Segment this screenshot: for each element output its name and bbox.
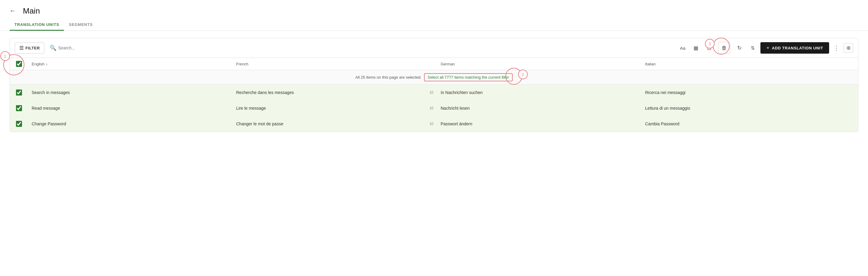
add-translation-unit-button[interactable]: + ADD TRANSLATION UNIT bbox=[761, 42, 829, 54]
row-1-checkbox-cell bbox=[10, 86, 28, 99]
delete-button[interactable]: 🗑 bbox=[718, 42, 730, 54]
row-1-italian: Ricerca nei messaggi bbox=[642, 87, 846, 98]
table-row: Search in messages Recherche dans les me… bbox=[10, 85, 858, 100]
bar-chart-button[interactable]: ▦ bbox=[690, 42, 701, 53]
filter-button[interactable]: ☰ FILTER bbox=[15, 42, 44, 54]
sort-alt-button[interactable]: ⇅ bbox=[747, 42, 758, 53]
toolbar-card: ☰ FILTER 🔍 Aa ▦ ⊡ bbox=[10, 38, 858, 132]
select-page-text: All 25 items on this page are selected. bbox=[355, 75, 422, 80]
row-1-checkbox[interactable] bbox=[16, 90, 22, 95]
sort-arrow-icon: ↓ bbox=[46, 61, 48, 66]
delete-btn-wrapper: 🗑 bbox=[718, 42, 730, 54]
row-2-french-text: Lire le message bbox=[236, 106, 266, 111]
tab-segments[interactable]: SEGMENTS bbox=[64, 19, 97, 31]
tab-translation-units[interactable]: TRANSLATION UNITS bbox=[10, 19, 64, 31]
row-3-french-count: 10 bbox=[430, 122, 433, 126]
select-all-link-wrapper: Select all 7777 items matching the curre… bbox=[424, 73, 513, 81]
select-all-filter-link[interactable]: Select all 7777 items matching the curre… bbox=[424, 73, 513, 81]
row-3-checkbox-cell bbox=[10, 117, 28, 130]
row-3-checkbox[interactable] bbox=[16, 121, 22, 127]
crop-button[interactable]: ⊡ bbox=[704, 42, 715, 53]
row-2-checkbox[interactable] bbox=[16, 105, 22, 111]
add-column-button[interactable]: ⊕ bbox=[844, 43, 853, 53]
add-btn-label: ADD TRANSLATION UNIT bbox=[772, 46, 823, 50]
row-2-english: Read message bbox=[28, 102, 233, 114]
filter-icon: ☰ bbox=[19, 45, 24, 51]
font-case-icon: Aa bbox=[680, 45, 685, 51]
add-column-icon: ⊕ bbox=[846, 44, 851, 51]
search-icon: 🔍 bbox=[50, 44, 56, 51]
search-box: 🔍 bbox=[47, 43, 152, 53]
row-1-english: Search in messages bbox=[28, 87, 233, 98]
row-3-english: Change Password bbox=[28, 118, 233, 130]
row-1-german: In Nachrichten suchen bbox=[437, 87, 642, 98]
table-header: 1 English ↓ French German Italian bbox=[10, 58, 858, 70]
row-2-checkbox-cell bbox=[10, 101, 28, 115]
refresh-icon: ↻ bbox=[737, 44, 742, 51]
row-3-german: Passwort ändern bbox=[437, 118, 642, 130]
row-1-french: Recherche dans les messages 10 bbox=[233, 87, 437, 98]
table-row: Read message Lire le message 10 Nachrich… bbox=[10, 100, 858, 116]
page-header: ← Main bbox=[0, 0, 868, 19]
font-case-button[interactable]: Aa bbox=[677, 42, 688, 53]
th-english: English ↓ bbox=[28, 61, 233, 66]
main-content: ☰ FILTER 🔍 Aa ▦ ⊡ bbox=[0, 31, 868, 139]
refresh-button[interactable]: ↻ bbox=[734, 42, 745, 53]
filter-label: FILTER bbox=[26, 46, 40, 50]
th-french: French bbox=[233, 62, 437, 66]
tab-bar: TRANSLATION UNITS SEGMENTS bbox=[0, 19, 868, 31]
select-all-checkbox-cell: 1 bbox=[10, 61, 28, 67]
toolbar: ☰ FILTER 🔍 Aa ▦ ⊡ bbox=[10, 38, 858, 58]
row-1-french-text: Recherche dans les messages bbox=[236, 90, 294, 95]
th-german: German bbox=[437, 62, 642, 66]
row-3-extra bbox=[846, 120, 858, 127]
more-options-button[interactable]: ⋮ bbox=[832, 43, 841, 53]
page-title: Main bbox=[23, 6, 40, 16]
row-2-french-count: 10 bbox=[430, 106, 433, 110]
bar-chart-icon: ▦ bbox=[693, 45, 698, 51]
row-3-italian: Cambia Password bbox=[642, 118, 846, 130]
crop-icon: ⊡ bbox=[707, 45, 711, 51]
row-2-italian: Lettura di un messaggio bbox=[642, 102, 846, 114]
row-2-extra bbox=[846, 104, 858, 112]
more-vert-icon: ⋮ bbox=[833, 44, 839, 52]
table-row: Change Password Changer le mot de passe … bbox=[10, 116, 858, 132]
row-2-french: Lire le message 10 bbox=[233, 102, 437, 114]
delete-icon: 🗑 bbox=[721, 45, 727, 51]
select-all-banner: All 25 items on this page are selected. … bbox=[10, 70, 858, 85]
header-checkbox[interactable] bbox=[16, 61, 22, 67]
table-body: Search in messages Recherche dans les me… bbox=[10, 85, 858, 132]
search-input[interactable] bbox=[58, 45, 119, 50]
back-button[interactable]: ← bbox=[7, 5, 18, 16]
row-3-french-text: Changer le mot de passe bbox=[236, 121, 283, 126]
add-plus-icon: + bbox=[767, 45, 770, 51]
row-1-extra bbox=[846, 89, 858, 96]
row-1-french-count: 10 bbox=[430, 90, 433, 95]
row-2-german: Nachricht lesen bbox=[437, 102, 642, 114]
row-3-french: Changer le mot de passe 10 bbox=[233, 118, 437, 130]
sort-alt-icon: ⇅ bbox=[751, 45, 755, 51]
th-italian: Italian bbox=[642, 62, 846, 66]
